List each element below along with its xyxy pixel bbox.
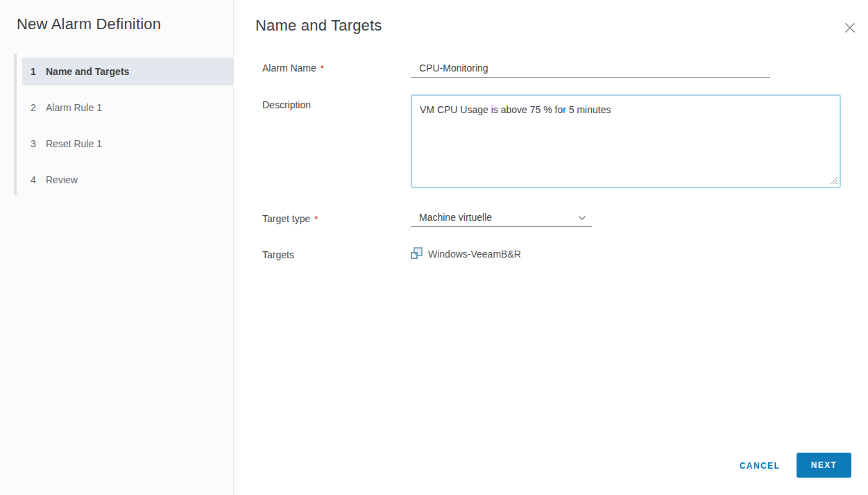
close-icon (844, 22, 856, 35)
description-label: Description (262, 99, 311, 110)
targets-label: Targets (262, 249, 294, 260)
description-textarea[interactable]: VM CPU Usage is above 75 % for 5 minutes (411, 94, 841, 188)
step-number: 3 (31, 138, 46, 149)
page-title: Name and Targets (255, 17, 382, 35)
required-marker: * (321, 63, 324, 74)
sidebar-step-alarm-rule-1[interactable]: 2 Alarm Rule 1 (22, 94, 234, 121)
cancel-button[interactable]: CANCEL (729, 458, 790, 474)
step-label: Review (46, 174, 78, 185)
step-number: 2 (31, 102, 46, 113)
target-type-selected-value: Machine virtuelle (419, 212, 492, 223)
close-button[interactable] (840, 18, 860, 39)
steps-track (14, 54, 17, 195)
required-marker: * (314, 214, 318, 224)
vm-icon (411, 247, 423, 261)
step-label: Reset Rule 1 (46, 138, 102, 149)
dialog-title: New Alarm Definition (17, 15, 161, 33)
chevron-down-icon (578, 212, 586, 223)
wizard-sidebar: New Alarm Definition 1 Name and Targets … (0, 0, 234, 495)
next-button[interactable]: NEXT (797, 453, 851, 478)
target-type-label: Target type* (262, 213, 318, 224)
sidebar-step-reset-rule-1[interactable]: 3 Reset Rule 1 (22, 130, 234, 158)
sidebar-step-review[interactable]: 4 Review (22, 166, 234, 194)
step-number: 1 (31, 66, 46, 77)
step-number: 4 (31, 174, 46, 185)
step-label: Alarm Rule 1 (46, 102, 102, 113)
targets-value: Windows-VeeamB&R (411, 247, 521, 261)
target-type-select[interactable]: Machine virtuelle (411, 208, 592, 227)
sidebar-step-name-and-targets[interactable]: 1 Name and Targets (22, 58, 234, 85)
alarm-name-input[interactable] (411, 58, 770, 78)
step-label: Name and Targets (46, 66, 129, 77)
alarm-name-label: Alarm Name* (262, 62, 324, 74)
target-name: Windows-VeeamB&R (428, 249, 521, 260)
